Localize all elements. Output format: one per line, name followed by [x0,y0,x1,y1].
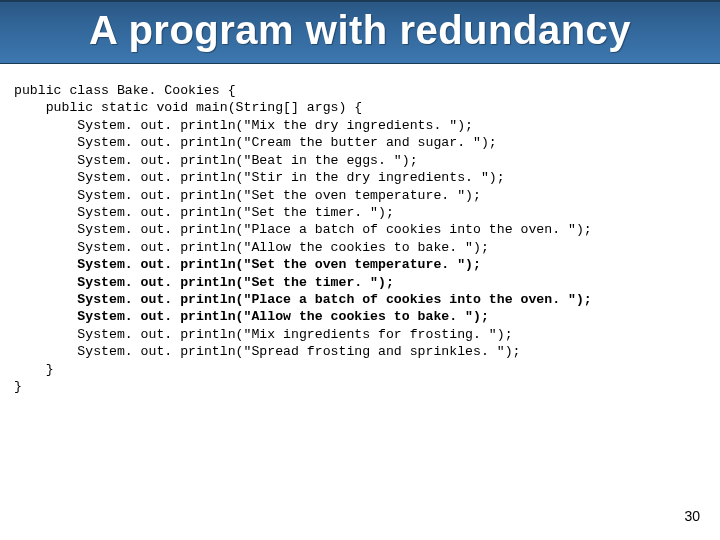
code-line: System. out. println("Beat in the eggs. … [14,153,418,168]
code-line-bold: System. out. println("Allow the cookies … [14,309,489,324]
code-line: System. out. println("Place a batch of c… [14,222,592,237]
code-line-bold: System. out. println("Place a batch of c… [14,292,592,307]
code-line-bold: System. out. println("Set the timer. "); [14,275,394,290]
code-line: public class Bake. Cookies { [14,83,236,98]
code-line-bold: System. out. println("Set the oven tempe… [14,257,481,272]
code-line: System. out. println("Set the oven tempe… [14,188,481,203]
code-line: System. out. println("Cream the butter a… [14,135,497,150]
code-line: System. out. println("Mix the dry ingred… [14,118,473,133]
code-line: public static void main(String[] args) { [14,100,362,115]
title-bar: A program with redundancy [0,0,720,64]
code-line: System. out. println("Mix ingredients fo… [14,327,513,342]
slide-title: A program with redundancy [0,8,720,53]
code-line: System. out. println("Stir in the dry in… [14,170,505,185]
code-line: } [14,362,54,377]
code-line: System. out. println("Set the timer. "); [14,205,394,220]
code-block: public class Bake. Cookies { public stat… [0,64,720,396]
code-line: } [14,379,22,394]
slide: A program with redundancy public class B… [0,0,720,540]
page-number: 30 [684,508,700,524]
code-line: System. out. println("Allow the cookies … [14,240,489,255]
code-line: System. out. println("Spread frosting an… [14,344,520,359]
